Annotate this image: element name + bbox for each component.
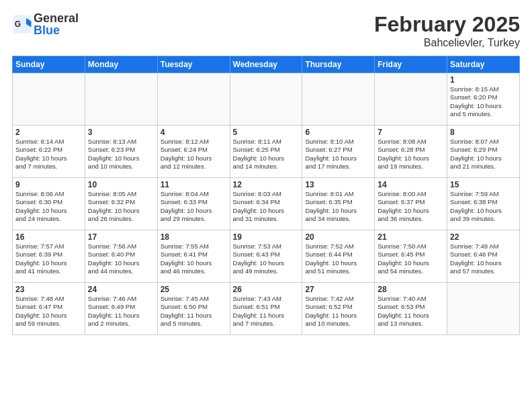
day-info: Sunrise: 7:48 AM Sunset: 6:47 PM Dayligh… bbox=[15, 295, 82, 328]
calendar-cell: 2Sunrise: 8:14 AM Sunset: 6:22 PM Daylig… bbox=[13, 126, 85, 178]
day-info: Sunrise: 8:15 AM Sunset: 6:20 PM Dayligh… bbox=[450, 85, 517, 118]
calendar-cell: 27Sunrise: 7:42 AM Sunset: 6:52 PM Dayli… bbox=[302, 283, 375, 335]
day-info: Sunrise: 7:45 AM Sunset: 6:50 PM Dayligh… bbox=[161, 295, 227, 328]
calendar-title: February 2025 bbox=[374, 12, 520, 37]
calendar-cell: 25Sunrise: 7:45 AM Sunset: 6:50 PM Dayli… bbox=[157, 283, 230, 335]
day-number: 17 bbox=[88, 232, 154, 242]
calendar-cell: 14Sunrise: 8:00 AM Sunset: 6:37 PM Dayli… bbox=[375, 178, 447, 230]
logo-blue-text: Blue bbox=[34, 24, 79, 36]
day-number: 13 bbox=[305, 180, 371, 189]
calendar-cell bbox=[157, 73, 230, 126]
calendar-cell: 26Sunrise: 7:43 AM Sunset: 6:51 PM Dayli… bbox=[230, 283, 302, 335]
day-of-week-sunday: Sunday bbox=[13, 56, 85, 73]
day-number: 14 bbox=[378, 180, 444, 189]
day-number: 2 bbox=[15, 128, 82, 137]
day-info: Sunrise: 8:05 AM Sunset: 6:32 PM Dayligh… bbox=[88, 190, 154, 223]
calendar-table: SundayMondayTuesdayWednesdayThursdayFrid… bbox=[12, 56, 520, 335]
calendar-cell: 11Sunrise: 8:04 AM Sunset: 6:33 PM Dayli… bbox=[157, 178, 230, 230]
day-info: Sunrise: 8:03 AM Sunset: 6:34 PM Dayligh… bbox=[233, 190, 300, 223]
day-number: 11 bbox=[161, 180, 227, 189]
day-number: 22 bbox=[450, 232, 517, 242]
day-info: Sunrise: 8:06 AM Sunset: 6:30 PM Dayligh… bbox=[15, 190, 82, 223]
calendar-cell: 16Sunrise: 7:57 AM Sunset: 6:39 PM Dayli… bbox=[13, 230, 85, 283]
day-info: Sunrise: 8:08 AM Sunset: 6:28 PM Dayligh… bbox=[378, 138, 444, 171]
day-of-week-friday: Friday bbox=[375, 56, 447, 73]
calendar-cell: 18Sunrise: 7:55 AM Sunset: 6:41 PM Dayli… bbox=[157, 230, 230, 283]
day-number: 7 bbox=[378, 128, 444, 137]
calendar-cell: 17Sunrise: 7:56 AM Sunset: 6:40 PM Dayli… bbox=[85, 230, 157, 283]
header: G General Blue February 2025 Bahcelievle… bbox=[12, 12, 520, 49]
calendar-cell bbox=[447, 283, 520, 335]
day-info: Sunrise: 8:13 AM Sunset: 6:23 PM Dayligh… bbox=[88, 138, 154, 171]
logo: G General Blue bbox=[12, 12, 79, 36]
day-of-week-saturday: Saturday bbox=[447, 56, 520, 73]
calendar-cell: 5Sunrise: 8:11 AM Sunset: 6:25 PM Daylig… bbox=[230, 126, 302, 178]
calendar-week-2: 9Sunrise: 8:06 AM Sunset: 6:30 PM Daylig… bbox=[13, 178, 520, 230]
day-info: Sunrise: 7:59 AM Sunset: 6:38 PM Dayligh… bbox=[450, 190, 517, 223]
day-info: Sunrise: 8:01 AM Sunset: 6:35 PM Dayligh… bbox=[305, 190, 371, 223]
day-of-week-tuesday: Tuesday bbox=[157, 56, 230, 73]
calendar-header-row: SundayMondayTuesdayWednesdayThursdayFrid… bbox=[13, 56, 520, 73]
day-number: 1 bbox=[450, 75, 517, 85]
day-info: Sunrise: 7:46 AM Sunset: 6:49 PM Dayligh… bbox=[88, 295, 154, 328]
day-info: Sunrise: 7:50 AM Sunset: 6:45 PM Dayligh… bbox=[378, 242, 444, 275]
calendar-cell: 4Sunrise: 8:12 AM Sunset: 6:24 PM Daylig… bbox=[157, 126, 230, 178]
day-info: Sunrise: 8:12 AM Sunset: 6:24 PM Dayligh… bbox=[161, 138, 227, 171]
calendar-cell: 7Sunrise: 8:08 AM Sunset: 6:28 PM Daylig… bbox=[375, 126, 447, 178]
day-number: 3 bbox=[88, 128, 154, 137]
day-info: Sunrise: 7:53 AM Sunset: 6:43 PM Dayligh… bbox=[233, 242, 300, 275]
day-number: 5 bbox=[233, 128, 300, 137]
calendar-cell bbox=[230, 73, 302, 126]
day-number: 12 bbox=[233, 180, 300, 189]
calendar-subtitle: Bahcelievler, Turkey bbox=[374, 37, 520, 49]
day-number: 9 bbox=[15, 180, 82, 189]
day-number: 28 bbox=[378, 285, 444, 294]
day-number: 18 bbox=[161, 232, 227, 242]
calendar-cell: 21Sunrise: 7:50 AM Sunset: 6:45 PM Dayli… bbox=[375, 230, 447, 283]
day-number: 19 bbox=[233, 232, 300, 242]
day-number: 27 bbox=[305, 285, 371, 294]
day-number: 4 bbox=[161, 128, 227, 137]
day-number: 8 bbox=[450, 128, 517, 137]
day-info: Sunrise: 7:43 AM Sunset: 6:51 PM Dayligh… bbox=[233, 295, 300, 328]
calendar-cell: 9Sunrise: 8:06 AM Sunset: 6:30 PM Daylig… bbox=[13, 178, 85, 230]
calendar-cell: 13Sunrise: 8:01 AM Sunset: 6:35 PM Dayli… bbox=[302, 178, 375, 230]
logo-text: General Blue bbox=[34, 12, 79, 36]
day-info: Sunrise: 7:49 AM Sunset: 6:46 PM Dayligh… bbox=[450, 242, 517, 275]
calendar-cell: 6Sunrise: 8:10 AM Sunset: 6:27 PM Daylig… bbox=[302, 126, 375, 178]
calendar-week-3: 16Sunrise: 7:57 AM Sunset: 6:39 PM Dayli… bbox=[13, 230, 520, 283]
logo-icon: G bbox=[12, 14, 32, 34]
day-number: 10 bbox=[88, 180, 154, 189]
day-number: 6 bbox=[305, 128, 371, 137]
day-info: Sunrise: 7:42 AM Sunset: 6:52 PM Dayligh… bbox=[305, 295, 371, 328]
day-number: 24 bbox=[88, 285, 154, 294]
day-number: 16 bbox=[15, 232, 82, 242]
calendar-cell: 8Sunrise: 8:07 AM Sunset: 6:29 PM Daylig… bbox=[447, 126, 520, 178]
calendar-week-0: 1Sunrise: 8:15 AM Sunset: 6:20 PM Daylig… bbox=[13, 73, 520, 126]
calendar-cell: 22Sunrise: 7:49 AM Sunset: 6:46 PM Dayli… bbox=[447, 230, 520, 283]
calendar-cell: 1Sunrise: 8:15 AM Sunset: 6:20 PM Daylig… bbox=[447, 73, 520, 126]
day-number: 26 bbox=[233, 285, 300, 294]
calendar-cell: 10Sunrise: 8:05 AM Sunset: 6:32 PM Dayli… bbox=[85, 178, 157, 230]
calendar-cell: 28Sunrise: 7:40 AM Sunset: 6:53 PM Dayli… bbox=[375, 283, 447, 335]
day-number: 15 bbox=[450, 180, 517, 189]
calendar-cell: 24Sunrise: 7:46 AM Sunset: 6:49 PM Dayli… bbox=[85, 283, 157, 335]
page: G General Blue February 2025 Bahcelievle… bbox=[0, 0, 532, 342]
calendar-cell: 15Sunrise: 7:59 AM Sunset: 6:38 PM Dayli… bbox=[447, 178, 520, 230]
calendar-week-1: 2Sunrise: 8:14 AM Sunset: 6:22 PM Daylig… bbox=[13, 126, 520, 178]
calendar-cell: 23Sunrise: 7:48 AM Sunset: 6:47 PM Dayli… bbox=[13, 283, 85, 335]
day-info: Sunrise: 7:40 AM Sunset: 6:53 PM Dayligh… bbox=[378, 295, 444, 328]
day-info: Sunrise: 7:52 AM Sunset: 6:44 PM Dayligh… bbox=[305, 242, 371, 275]
svg-text:G: G bbox=[15, 19, 21, 29]
day-number: 25 bbox=[161, 285, 227, 294]
day-info: Sunrise: 8:04 AM Sunset: 6:33 PM Dayligh… bbox=[161, 190, 227, 223]
day-number: 23 bbox=[15, 285, 82, 294]
day-info: Sunrise: 8:00 AM Sunset: 6:37 PM Dayligh… bbox=[378, 190, 444, 223]
day-info: Sunrise: 7:55 AM Sunset: 6:41 PM Dayligh… bbox=[161, 242, 227, 275]
day-info: Sunrise: 7:56 AM Sunset: 6:40 PM Dayligh… bbox=[88, 242, 154, 275]
title-block: February 2025 Bahcelievler, Turkey bbox=[374, 12, 520, 49]
day-info: Sunrise: 8:11 AM Sunset: 6:25 PM Dayligh… bbox=[233, 138, 300, 171]
calendar-cell bbox=[302, 73, 375, 126]
day-info: Sunrise: 8:10 AM Sunset: 6:27 PM Dayligh… bbox=[305, 138, 371, 171]
day-info: Sunrise: 7:57 AM Sunset: 6:39 PM Dayligh… bbox=[15, 242, 82, 275]
